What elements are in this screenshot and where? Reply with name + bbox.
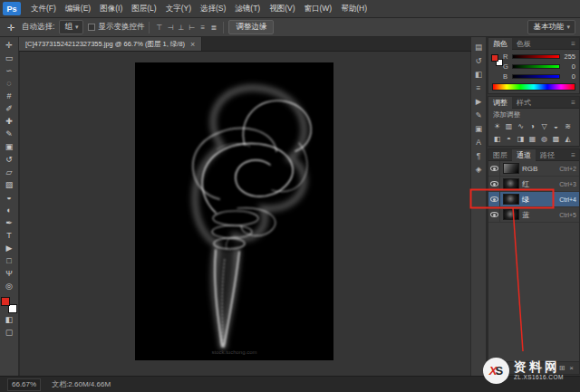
quick-mask-icon[interactable]: ◧ [0, 313, 19, 326]
info-panel-icon[interactable]: ≡ [471, 81, 487, 94]
pen-tool-icon[interactable]: ✒ [0, 216, 19, 229]
menu-layer[interactable]: 图层(L) [127, 4, 160, 14]
refine-edge-button[interactable]: 调整边缘 [228, 20, 274, 34]
lasso-tool-icon[interactable]: ∽ [0, 64, 19, 77]
zoom-tool-icon[interactable]: ◎ [0, 280, 19, 292]
adj-curves-icon[interactable]: ∿ [515, 120, 527, 132]
clone-stamp-tool-icon[interactable]: ▣ [0, 140, 19, 153]
tab-channels[interactable]: 通道 [512, 149, 536, 161]
adj-levels-icon[interactable]: ▥ [503, 120, 515, 132]
properties-panel-icon[interactable]: ◧ [471, 67, 487, 81]
color-swatches[interactable] [1, 297, 17, 313]
align-left-edges-icon[interactable]: ⊢ [187, 22, 197, 33]
green-value[interactable]: 0 [563, 62, 575, 71]
red-slider[interactable] [512, 54, 560, 59]
align-right-edges-icon[interactable]: ≣ [208, 22, 218, 33]
tab-swatches[interactable]: 色板 [512, 38, 536, 50]
adj-hue-saturation-icon[interactable]: ◒ [550, 120, 562, 132]
adj-color-balance-icon[interactable]: ≋ [562, 120, 574, 132]
actions-panel-icon[interactable]: ▶ [471, 94, 487, 108]
document-tab[interactable]: [C]473731524212327355.jpg @ 66.7% (图层 1,… [19, 37, 202, 51]
adj-brightness-contrast-icon[interactable]: ☀ [491, 120, 503, 132]
panel-menu-icon[interactable]: ≡ [567, 99, 579, 107]
adj-threshold-icon[interactable]: ◭ [562, 133, 574, 145]
tab-adjustments[interactable]: 调整 [488, 97, 512, 109]
adj-invert-icon[interactable]: ◍ [538, 133, 550, 145]
hand-tool-icon[interactable]: Ψ [0, 267, 19, 280]
healing-brush-tool-icon[interactable]: ✚ [0, 115, 19, 128]
screen-mode-icon[interactable]: ▢ [0, 326, 19, 339]
red-value[interactable]: 255 [563, 53, 575, 61]
close-tab-icon[interactable]: × [190, 40, 195, 49]
quick-selection-tool-icon[interactable]: ◌ [0, 77, 19, 90]
adj-posterize-icon[interactable]: ▩ [550, 133, 562, 145]
shape-tool-icon[interactable]: □ [0, 254, 19, 267]
navigator-panel-icon[interactable]: ◈ [471, 162, 487, 176]
adj-photo-filter-icon[interactable]: ◓ [503, 133, 515, 145]
eraser-tool-icon[interactable]: ▱ [0, 166, 19, 178]
eyedropper-tool-icon[interactable]: ✐ [0, 102, 19, 115]
crop-tool-icon[interactable]: # [0, 90, 19, 102]
tab-layers[interactable]: 图层 [488, 149, 512, 161]
history-panel-icon[interactable]: ↺ [471, 53, 487, 67]
panel-menu-icon[interactable]: ≡ [567, 151, 579, 159]
menu-select[interactable]: 选择(S) [196, 4, 230, 14]
canvas-area[interactable]: stock.tuchong.com [20, 52, 470, 376]
adj-color-lookup-icon[interactable]: ▦ [527, 133, 538, 145]
move-tool-icon[interactable]: ✛ [0, 39, 19, 52]
tab-paths[interactable]: 路径 [536, 149, 559, 161]
tab-styles[interactable]: 样式 [512, 97, 536, 109]
visibility-toggle[interactable] [488, 177, 500, 192]
tab-color[interactable]: 颜色 [488, 38, 512, 50]
blue-value[interactable]: 0 [563, 72, 575, 81]
menu-image[interactable]: 图像(I) [95, 4, 127, 14]
character-panel-icon[interactable]: A [471, 135, 487, 148]
menu-edit[interactable]: 编辑(E) [61, 4, 95, 14]
gradient-tool-icon[interactable]: ▨ [0, 178, 19, 191]
color-spectrum-ramp[interactable] [492, 83, 575, 91]
channel-row-red[interactable]: 红 Ctrl+3 [488, 177, 579, 192]
menu-type[interactable]: 文字(Y) [161, 4, 196, 14]
adj-exposure-icon[interactable]: ◑ [527, 120, 538, 132]
zoom-level-field[interactable]: 66.67% [7, 378, 41, 391]
visibility-toggle[interactable] [488, 207, 500, 223]
dodge-tool-icon[interactable]: ◐ [0, 204, 19, 216]
foreground-color-swatch[interactable] [1, 297, 10, 306]
align-bottom-edges-icon[interactable]: ⊥ [176, 22, 186, 33]
workspace-switcher[interactable]: 基本功能 ▾ [527, 20, 575, 34]
channel-row-blue[interactable]: 蓝 Ctrl+5 [488, 207, 579, 223]
menu-help[interactable]: 帮助(H) [336, 4, 372, 14]
blue-slider[interactable] [512, 74, 560, 79]
blur-tool-icon[interactable]: ◒ [0, 191, 19, 204]
auto-select-dropdown[interactable]: 组 ▾ [59, 20, 83, 34]
adj-vibrance-icon[interactable]: ▽ [538, 120, 550, 132]
marquee-tool-icon[interactable]: ▭ [0, 52, 19, 64]
path-selection-tool-icon[interactable]: ▶ [0, 242, 19, 254]
adj-black-white-icon[interactable]: ◧ [491, 133, 503, 145]
rgb-sliders: R 255 G 0 B 0 [503, 50, 579, 81]
menu-filter[interactable]: 滤镜(T) [230, 4, 265, 14]
menu-view[interactable]: 视图(V) [265, 4, 299, 14]
panel-menu-icon[interactable]: ≡ [567, 40, 579, 48]
adj-channel-mixer-icon[interactable]: ◨ [515, 133, 527, 145]
type-tool-icon[interactable]: T [0, 229, 19, 242]
brush-tool-icon[interactable]: ✎ [0, 128, 19, 140]
menu-window[interactable]: 窗口(W) [300, 4, 337, 14]
mini-foreground-swatch[interactable] [491, 54, 498, 62]
align-horizontal-centers-icon[interactable]: ≡ [198, 22, 208, 33]
history-brush-tool-icon[interactable]: ↺ [0, 153, 19, 166]
brush-panel-icon[interactable]: ✎ [471, 108, 487, 121]
mini-color-swatches[interactable] [491, 54, 503, 66]
channel-row-green[interactable]: 绿 Ctrl+4 [488, 192, 579, 207]
visibility-toggle[interactable] [488, 161, 500, 177]
show-transform-checkbox[interactable]: 显示变换控件 [88, 22, 144, 33]
green-slider[interactable] [512, 64, 560, 69]
align-top-edges-icon[interactable]: ⊤ [154, 22, 164, 33]
align-vertical-centers-icon[interactable]: ⊣ [165, 22, 175, 33]
menu-file[interactable]: 文件(F) [26, 4, 61, 14]
channel-row-rgb[interactable]: RGB Ctrl+2 [488, 161, 579, 177]
paragraph-panel-icon[interactable]: ¶ [471, 148, 487, 162]
mini-bridge-panel-icon[interactable]: ▤ [471, 40, 487, 53]
clone-source-panel-icon[interactable]: ▣ [471, 121, 487, 135]
visibility-toggle[interactable] [488, 192, 500, 207]
